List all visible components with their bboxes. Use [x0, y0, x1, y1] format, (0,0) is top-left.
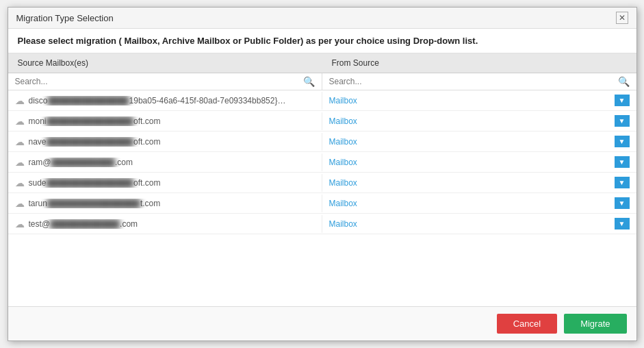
mailbox-cloud-icon: ☁ — [15, 136, 25, 147]
row-right-0: Mailbox ▼ — [322, 91, 636, 110]
mailbox-type-2[interactable]: Mailbox — [329, 137, 357, 147]
search-right-input[interactable] — [329, 77, 615, 86]
email-blurred-3: ███████████ — [51, 158, 115, 167]
row-left-4: ☁ sude███████████████oft.com — [8, 174, 322, 192]
email-blurred-4: ███████████████ — [47, 178, 134, 188]
row-right-2: Mailbox ▼ — [322, 132, 636, 151]
col-header-source: Source Mailbox(es) — [8, 57, 322, 69]
dropdown-button-0[interactable]: ▼ — [615, 95, 630, 106]
row-left-5: ☁ tarun████████████████t.com — [8, 195, 322, 212]
title-bar: Migration Type Selection ✕ — [8, 8, 636, 29]
row-right-1: Mailbox ▼ — [322, 112, 636, 130]
email-text-4: sude███████████████oft.com — [29, 178, 161, 188]
dropdown-button-1[interactable]: ▼ — [615, 115, 630, 127]
dialog-title: Migration Type Selection — [16, 13, 114, 23]
dropdown-button-4[interactable]: ▼ — [615, 177, 630, 188]
row-right-6: Mailbox ▼ — [322, 214, 636, 233]
table-body: ☁ disco██████████████19ba05-46a6-415f-80… — [8, 90, 636, 306]
email-text-2: nave███████████████oft.com — [29, 137, 161, 147]
mailbox-type-1[interactable]: Mailbox — [329, 116, 357, 126]
email-text-6: test@████████████.com — [29, 219, 138, 229]
dropdown-button-2[interactable]: ▼ — [615, 136, 630, 147]
mailbox-cloud-icon: ☁ — [15, 95, 25, 106]
table-row: ☁ disco██████████████19ba05-46a6-415f-80… — [8, 90, 636, 111]
mailbox-type-0[interactable]: Mailbox — [329, 96, 357, 105]
row-left-3: ☁ ram@███████████.com — [8, 153, 322, 171]
table-row: ☁ sude███████████████oft.com Mailbox ▼ — [8, 173, 636, 193]
table-row: ☁ ram@███████████.com Mailbox ▼ — [8, 152, 636, 173]
dropdown-button-5[interactable]: ▼ — [615, 197, 630, 209]
instruction-text: Please select migration ( Mailbox, Archi… — [8, 29, 636, 53]
search-right-icon: 🔍 — [618, 76, 630, 87]
email-blurred-2: ███████████████ — [47, 137, 134, 147]
table-row: ☁ nave███████████████oft.com Mailbox ▼ — [8, 132, 636, 152]
email-text-0: disco██████████████19ba05-46a6-415f-80ad… — [29, 96, 289, 105]
email-blurred-0: ██████████████ — [48, 96, 129, 105]
email-blurred-5: ████████████████ — [47, 199, 140, 208]
row-left-0: ☁ disco██████████████19ba05-46a6-415f-80… — [8, 92, 322, 110]
col-header-fromsource: From Source — [322, 57, 636, 69]
table-row: ☁ moni███████████████oft.com Mailbox ▼ — [8, 111, 636, 132]
mailbox-type-3[interactable]: Mailbox — [329, 158, 357, 167]
email-text-1: moni███████████████oft.com — [29, 116, 161, 126]
mailbox-cloud-icon: ☁ — [15, 219, 25, 229]
migrate-button[interactable]: Migrate — [564, 314, 626, 334]
search-row: 🔍 🔍 — [8, 73, 636, 90]
row-right-3: Mailbox ▼ — [322, 153, 636, 171]
mailbox-cloud-icon: ☁ — [15, 198, 25, 209]
email-blurred-1: ███████████████ — [47, 116, 134, 126]
close-button[interactable]: ✕ — [616, 12, 628, 24]
footer: Cancel Migrate — [8, 306, 636, 340]
dropdown-button-3[interactable]: ▼ — [615, 156, 630, 168]
row-left-1: ☁ moni███████████████oft.com — [8, 112, 322, 130]
mailbox-cloud-icon: ☁ — [15, 116, 25, 127]
table-row: ☁ tarun████████████████t.com Mailbox ▼ — [8, 193, 636, 214]
mailbox-type-4[interactable]: Mailbox — [329, 178, 357, 188]
mailbox-cloud-icon: ☁ — [15, 157, 25, 168]
search-left-container: 🔍 — [8, 73, 322, 90]
row-right-5: Mailbox ▼ — [322, 194, 636, 212]
migration-dialog: Migration Type Selection ✕ Please select… — [8, 7, 637, 341]
email-text-5: tarun████████████████t.com — [29, 199, 161, 208]
search-left-icon: 🔍 — [303, 76, 315, 87]
row-right-4: Mailbox ▼ — [322, 173, 636, 192]
search-right-container: 🔍 — [322, 73, 636, 90]
mailbox-cloud-icon: ☁ — [15, 177, 25, 188]
table-row: ☁ test@████████████.com Mailbox ▼ — [8, 214, 636, 234]
row-left-6: ☁ test@████████████.com — [8, 215, 322, 233]
cancel-button[interactable]: Cancel — [497, 314, 557, 334]
instruction-strong: Please select migration ( Mailbox, Archi… — [18, 36, 478, 46]
row-left-2: ☁ nave███████████████oft.com — [8, 133, 322, 151]
column-headers: Source Mailbox(es) From Source — [8, 53, 636, 73]
dropdown-button-6[interactable]: ▼ — [615, 218, 630, 229]
mailbox-type-6[interactable]: Mailbox — [329, 219, 357, 229]
email-blurred-6: ████████████ — [50, 219, 120, 229]
email-text-3: ram@███████████.com — [29, 158, 133, 167]
mailbox-type-5[interactable]: Mailbox — [329, 199, 357, 208]
search-left-input[interactable] — [15, 77, 300, 86]
